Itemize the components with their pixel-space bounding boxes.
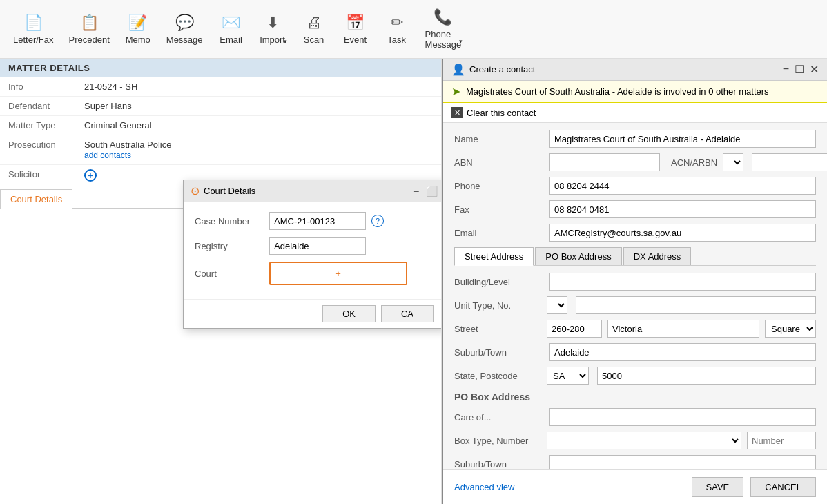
toolbar-message[interactable]: 💬 Message — [159, 0, 211, 58]
acn-input[interactable] — [752, 153, 827, 171]
name-input[interactable] — [549, 130, 816, 148]
advanced-view-link[interactable]: Advanced view — [454, 482, 514, 492]
toolbar-phone-message[interactable]: 📞 PhoneMessage — [418, 0, 469, 58]
unit-number-input[interactable] — [576, 296, 816, 314]
unit-row: Unit Type, No. — [454, 296, 816, 314]
toolbar-phone-message-label: PhoneMessage — [425, 29, 462, 50]
suburb-input[interactable] — [549, 343, 816, 361]
event-icon: 📅 — [346, 14, 364, 32]
add-contacts-link[interactable]: add contacts — [84, 151, 131, 160]
email-input[interactable] — [549, 224, 816, 242]
registry-label: Registry — [195, 241, 264, 251]
abn-input[interactable] — [549, 153, 660, 171]
add-solicitor-button[interactable]: + — [84, 169, 97, 182]
toolbar-email-label: Email — [220, 35, 242, 45]
fax-label: Fax — [454, 204, 544, 215]
street-tab-label: Street Address — [465, 251, 523, 262]
box-number-input[interactable] — [747, 432, 816, 449]
toolbar-task-label: Task — [387, 35, 406, 45]
tab-dx-address[interactable]: DX Address — [623, 247, 692, 265]
street-name-input[interactable] — [607, 320, 759, 338]
prosecution-label: Prosecution — [0, 135, 76, 165]
box-type-label: Box Type, Number — [454, 436, 544, 446]
toolbar-scan-label: Scan — [304, 35, 324, 45]
precedent-icon: 📋 — [80, 14, 99, 32]
phone-input[interactable] — [549, 177, 816, 195]
toolbar-scan[interactable]: 🖨 Scan — [293, 0, 335, 58]
clear-contact-x-button[interactable]: ✕ — [451, 107, 463, 118]
court-dialog-header: ⊙ Court Details − ⬜ — [184, 180, 442, 202]
phone-label: Phone — [454, 181, 544, 191]
fax-input[interactable] — [549, 200, 816, 218]
prosecution-name: South Australia Police — [84, 139, 171, 150]
abn-row: ABN ACN/ARBN — [454, 153, 816, 171]
info-banner: ➤ Magistrates Court of South Australia -… — [443, 81, 827, 103]
street-type-select[interactable]: Square Street Avenue Road — [765, 320, 816, 338]
abn-label: ABN — [454, 157, 544, 168]
email-icon: ✉️ — [222, 14, 240, 32]
toolbar-import-label: Import — [260, 35, 285, 45]
toolbar-task[interactable]: ✏ Task — [376, 0, 418, 58]
letter-fax-icon: 📄 — [24, 14, 43, 32]
building-row: Building/Level — [454, 273, 816, 291]
matter-type-value: Criminal General — [76, 116, 441, 135]
main-toolbar: 📄 Letter/Fax 📋 Precedent 📝 Memo 💬 Messag… — [0, 0, 827, 59]
toolbar-memo-label: Memo — [126, 35, 150, 45]
case-number-help-icon[interactable]: ? — [371, 215, 384, 227]
toolbar-precedent[interactable]: 📋 Precedent — [61, 0, 117, 58]
court-add-button[interactable]: + — [269, 262, 407, 285]
registry-input[interactable] — [269, 237, 366, 255]
fax-row: Fax — [454, 200, 816, 218]
postcode-input[interactable] — [597, 367, 816, 385]
court-tab-label: Court Details — [10, 194, 62, 204]
acn-type-select[interactable] — [723, 153, 743, 171]
info-value: 21-0524 - SH — [76, 77, 441, 97]
court-cancel-button[interactable]: CA — [381, 305, 434, 322]
matter-row-type: Matter Type Criminal General — [0, 116, 441, 135]
state-postcode-row: State, Postcode SA VIC NSW QLD WA — [454, 367, 816, 385]
unit-type-select[interactable] — [547, 296, 567, 314]
street-label: Street — [454, 324, 544, 334]
toolbar-import[interactable]: ⬇ Import — [252, 0, 293, 58]
suburb-row: Suburb/Town — [454, 343, 816, 361]
contact-dialog-header: 👤 Create a contact − ☐ ✕ — [443, 59, 827, 81]
save-button[interactable]: SAVE — [692, 477, 744, 497]
toolbar-precedent-label: Precedent — [69, 35, 110, 45]
main-area: MATTER DETAILS Info 21-0524 - SH Defenda… — [0, 59, 827, 504]
court-dialog-expand-button[interactable]: ⬜ — [425, 185, 438, 197]
defendant-value: Super Hans — [76, 97, 441, 116]
toolbar-letter-fax-label: Letter/Fax — [13, 35, 54, 45]
po-suburb-input[interactable] — [549, 455, 816, 469]
contact-close-button[interactable]: ✕ — [810, 63, 819, 76]
care-of-input[interactable] — [549, 408, 816, 426]
building-label: Building/Level — [454, 277, 544, 287]
toolbar-letter-fax[interactable]: 📄 Letter/Fax — [6, 0, 61, 58]
message-icon: 💬 — [175, 14, 194, 32]
contact-restore-button[interactable]: ☐ — [795, 63, 804, 76]
contact-dialog-controls: − ☐ ✕ — [783, 63, 819, 76]
toolbar-memo[interactable]: 📝 Memo — [117, 0, 159, 58]
create-contact-title: Create a contact — [469, 64, 535, 75]
tab-street-address[interactable]: Street Address — [454, 247, 534, 266]
court-dialog-spiral-icon: ⊙ — [191, 184, 200, 197]
court-add-icon: + — [335, 269, 341, 279]
state-select[interactable]: SA VIC NSW QLD WA — [547, 367, 589, 385]
cancel-button[interactable]: CANCEL — [750, 477, 816, 497]
street-number-input[interactable] — [547, 320, 602, 338]
court-dialog: ⊙ Court Details − ⬜ Case Number ? Regist… — [183, 180, 442, 329]
toolbar-event[interactable]: 📅 Event — [335, 0, 376, 58]
tab-court-details[interactable]: Court Details — [0, 189, 72, 209]
case-number-input[interactable] — [269, 212, 366, 230]
matter-row-info: Info 21-0524 - SH — [0, 77, 441, 97]
clear-contact-label: Clear this contact — [467, 108, 536, 118]
contact-minimize-button[interactable]: − — [783, 63, 789, 76]
care-of-row: Care of... — [454, 408, 816, 426]
toolbar-email[interactable]: ✉️ Email — [211, 0, 252, 58]
box-type-select[interactable] — [547, 432, 741, 449]
contact-dialog-title-group: 👤 Create a contact — [451, 63, 535, 76]
building-input[interactable] — [549, 273, 816, 291]
registry-row: Registry — [195, 237, 434, 255]
court-dialog-minimize-button[interactable]: − — [410, 185, 422, 197]
tab-po-box[interactable]: PO Box Address — [535, 247, 621, 265]
court-ok-button[interactable]: OK — [322, 305, 376, 322]
